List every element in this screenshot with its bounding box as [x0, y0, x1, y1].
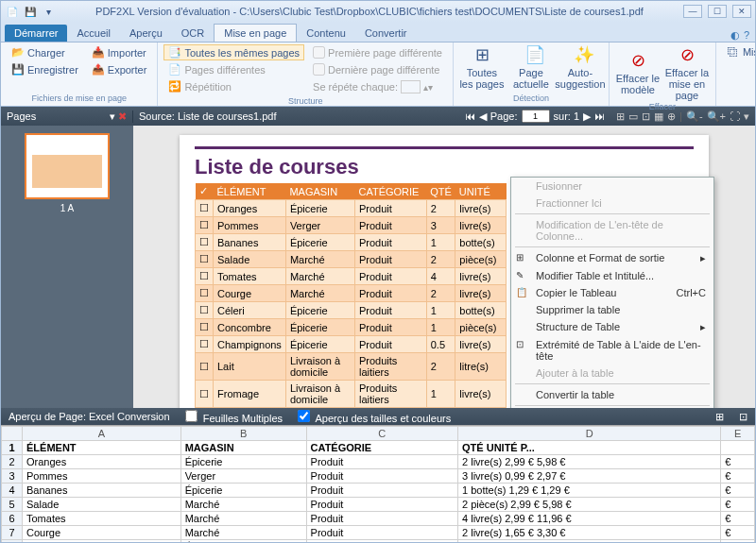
tab-start[interactable]: Démarrer: [5, 25, 67, 42]
table-row[interactable]: ☐ChampignonsÉpicerieProduit0.5livre(s): [196, 336, 507, 353]
tab-ocr[interactable]: OCR: [172, 25, 214, 42]
excel-row[interactable]: 8CéleriÉpicerieProduit1 botte(s) 0,99 € …: [2, 540, 755, 544]
excel-col-header[interactable]: D: [458, 427, 721, 441]
tool-icon[interactable]: ⊞: [616, 110, 625, 123]
context-menu-item[interactable]: ⊞Colonne et Format de sortie▸: [511, 249, 713, 267]
tab-convertir[interactable]: Convertir: [355, 25, 417, 42]
table-row[interactable]: ☐LaitLivraison à domicileProduits laitie…: [196, 353, 507, 381]
table-row[interactable]: ☐CéleriÉpicerieProduit1botte(s): [196, 302, 507, 319]
save-button[interactable]: 💾Enregistrer: [7, 61, 83, 77]
tab-mise-en-page[interactable]: Mise en page: [214, 24, 297, 42]
excel-row[interactable]: 5SaladeMarchéProduit2 pièce(s) 2,99 € 5,…: [2, 498, 755, 512]
import-button[interactable]: 📥Importer: [87, 44, 152, 60]
shopping-table[interactable]: ✓ÉLÉMENTMAGASINCATÉGORIEQTÉUNITÉ ☐Orange…: [195, 183, 507, 408]
table-row[interactable]: ☐ŒufsLivraison à domicileProduits laitie…: [196, 408, 507, 409]
tab-contenu[interactable]: Contenu: [297, 25, 355, 42]
qat-dropdown-icon[interactable]: ▾: [41, 4, 56, 19]
context-menu-item[interactable]: Supprimer la table: [511, 301, 713, 318]
prev-page-icon[interactable]: ◀: [479, 110, 487, 123]
context-menu-item[interactable]: 📋Copier le TableauCtrl+C: [511, 284, 713, 301]
repeat-each-button[interactable]: Se répéte chaque: ▴▾: [308, 78, 447, 95]
table-row[interactable]: ☐OrangesÉpicerieProduit2livre(s): [196, 200, 507, 217]
excel-col-header[interactable]: A: [23, 427, 181, 441]
excel-col-header[interactable]: [2, 427, 23, 441]
close-button[interactable]: ✕: [732, 5, 751, 18]
excel-preview[interactable]: ABCDE 1ÉLÉMENTMAGASINCATÉGORIEQTÉ UNITÉ …: [1, 425, 755, 543]
preview-tool-icon[interactable]: ⊡: [739, 411, 747, 423]
excel-col-header[interactable]: B: [180, 427, 306, 441]
tab-accueil[interactable]: Accueil: [67, 25, 119, 42]
tool-icon[interactable]: ⊕: [667, 110, 676, 123]
minimize-button[interactable]: —: [683, 5, 702, 18]
pin-icon[interactable]: ▾: [110, 110, 115, 122]
excel-row[interactable]: 4BananesÉpicerieProduit1 botte(s) 1,29 €…: [2, 484, 755, 498]
context-menu-item[interactable]: Structure de Table▸: [511, 318, 713, 336]
load-button[interactable]: 📂Charger: [7, 44, 83, 60]
col-header[interactable]: UNITÉ: [455, 183, 507, 200]
page-input[interactable]: [522, 110, 550, 123]
erase-layout-button[interactable]: ⊘Effacer la mise en page: [664, 44, 710, 101]
multi-sheets-checkbox[interactable]: Feuilles Multiples: [185, 410, 283, 424]
style-icon[interactable]: ◐: [730, 29, 740, 42]
table-row[interactable]: ☐FromageLivraison à domicileProduits lai…: [196, 381, 507, 408]
preview-header: Aperçu de Page: Excel Conversion Feuille…: [1, 408, 755, 425]
detect-current-button[interactable]: 📄Page actuelle: [508, 44, 554, 90]
export-button[interactable]: 📤Exporter: [87, 61, 152, 77]
excel-col-header[interactable]: C: [306, 427, 457, 441]
context-menu-item[interactable]: ⊡Extrémité de Table à L'aide de L'en-têt…: [511, 336, 713, 365]
auto-suggest-button[interactable]: ✨Auto-suggestion: [558, 44, 603, 90]
save-icon[interactable]: 💾: [23, 4, 38, 19]
pages-panel: 1 A: [1, 126, 133, 408]
context-menu-item[interactable]: Convertir la table: [511, 386, 713, 403]
help-icon[interactable]: ?: [744, 29, 749, 42]
tool-icon[interactable]: ⊡: [642, 110, 650, 123]
group-label-files: Fichiers de mise en page: [7, 93, 151, 104]
col-header[interactable]: QTÉ: [426, 183, 455, 200]
pages-panel-title: Pages: [7, 110, 36, 122]
erase-model-button[interactable]: ⊘Effacer le modèle: [615, 44, 661, 101]
zoom-out-icon[interactable]: 🔍-: [686, 110, 703, 123]
app-menu-icon[interactable]: 📄: [5, 4, 20, 19]
context-menu-item: Fractionner Ici: [511, 195, 713, 212]
table-row[interactable]: ☐BananesÉpicerieProduit1botte(s): [196, 234, 507, 251]
tool-icon[interactable]: ▦: [654, 110, 663, 123]
first-diff-button[interactable]: Première page différente: [308, 44, 447, 60]
excel-row[interactable]: 2OrangesÉpicerieProduit2 livre(s) 2,99 €…: [2, 455, 755, 469]
tool-icon[interactable]: ▭: [628, 110, 638, 123]
excel-row[interactable]: 1ÉLÉMENTMAGASINCATÉGORIEQTÉ UNITÉ P...: [2, 441, 755, 455]
excel-col-header[interactable]: E: [721, 427, 755, 441]
detect-all-button[interactable]: ⊞Toutes les pages: [459, 44, 505, 90]
page-thumbnail[interactable]: [25, 133, 110, 199]
diff-pages-button[interactable]: 📄Pages différentes: [163, 61, 304, 77]
last-page-icon[interactable]: ⏭: [594, 110, 605, 122]
context-menu-item[interactable]: ✎Modifier Table et Intitulé...: [511, 267, 713, 284]
excel-row[interactable]: 3PommesVergerProduit3 livre(s) 0,99 € 2,…: [2, 469, 755, 484]
document-area[interactable]: Liste de courses ✓ÉLÉMENTMAGASINCATÉGORI…: [133, 126, 755, 408]
repetition-button[interactable]: 🔁Répétition: [163, 78, 304, 94]
table-row[interactable]: ☐SaladeMarchéProduit2pièce(s): [196, 251, 507, 268]
sizes-colors-checkbox[interactable]: Aperçu des tailles et couleurs: [298, 410, 451, 424]
same-pages-button[interactable]: 📑Toutes les mêmes pages: [163, 44, 304, 60]
table-row[interactable]: ☐ConcombreÉpicerieProduit1pièce(s): [196, 319, 507, 336]
fit-icon[interactable]: ⛶: [730, 110, 740, 123]
close-panel-icon[interactable]: ✖: [118, 110, 127, 122]
col-header[interactable]: MAGASIN: [285, 183, 354, 200]
tab-apercu[interactable]: Aperçu: [120, 25, 172, 42]
ribbon: 📂Charger 💾Enregistrer 📥Importer 📤Exporte…: [1, 42, 755, 107]
zoom-dropdown-icon[interactable]: ▾: [744, 110, 749, 123]
col-header[interactable]: CATÉGORIE: [354, 183, 426, 200]
table-row[interactable]: ☐CourgeMarchéProduit2livre(s): [196, 285, 507, 302]
import-icon: 📥: [92, 46, 105, 59]
next-page-icon[interactable]: ▶: [583, 110, 591, 123]
copy-layout-button[interactable]: ⿻Mise en page de la copie ▾: [722, 44, 756, 59]
zoom-in-icon[interactable]: 🔍+: [707, 110, 726, 123]
excel-row[interactable]: 6TomatesMarchéProduit4 livre(s) 2,99 € 1…: [2, 512, 755, 526]
first-page-icon[interactable]: ⏮: [465, 110, 475, 122]
table-row[interactable]: ☐TomatesMarchéProduit4livre(s): [196, 268, 507, 285]
table-row[interactable]: ☐PommesVergerProduit3livre(s): [196, 217, 507, 234]
col-header[interactable]: ÉLÉMENT: [214, 183, 286, 200]
last-diff-button[interactable]: Dernière page différente: [308, 61, 447, 77]
excel-row[interactable]: 7CourgeMarchéProduit2 livre(s) 1,65 € 3,…: [2, 526, 755, 540]
preview-tool-icon[interactable]: ⊞: [715, 411, 724, 423]
maximize-button[interactable]: ☐: [708, 5, 727, 18]
